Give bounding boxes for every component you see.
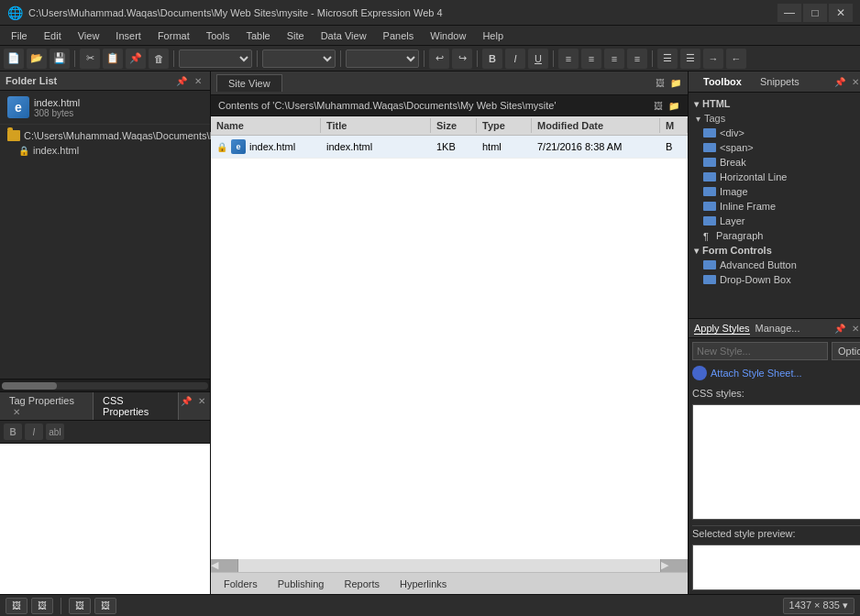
menu-table[interactable]: Table <box>238 28 277 43</box>
new-button[interactable]: 📄 <box>4 49 24 69</box>
pin-styles-button[interactable]: 📌 <box>833 322 846 335</box>
copy-button[interactable]: 📋 <box>103 49 123 69</box>
pin-toolbox-button[interactable]: 📌 <box>833 75 846 88</box>
menu-edit[interactable]: Edit <box>37 28 69 43</box>
toolbox-item-advbtn[interactable]: Advanced Button <box>689 258 860 272</box>
resolution-button[interactable]: 1437 × 835 ▾ <box>783 598 854 614</box>
align-justify-button[interactable]: ≡ <box>627 49 647 69</box>
align-left-button[interactable]: ≡ <box>558 49 579 69</box>
col-type[interactable]: Type <box>477 118 532 133</box>
hscroll-right[interactable]: ▶ <box>660 559 688 572</box>
list-button[interactable]: ☰ <box>657 49 678 69</box>
menu-format[interactable]: Format <box>150 28 197 43</box>
outdent-button[interactable]: ← <box>726 49 746 69</box>
open-button[interactable]: 📂 <box>27 49 47 69</box>
toolbox-item-break[interactable]: Break <box>689 155 860 170</box>
menu-view[interactable]: View <box>71 28 107 43</box>
toolbox-section-form[interactable]: Form Controls <box>689 243 860 258</box>
toolbox-sub-tags[interactable]: Tags <box>689 111 860 126</box>
align-center-button[interactable]: ≡ <box>581 49 601 69</box>
toolbox-item-dropdown[interactable]: Drop-Down Box <box>689 272 860 287</box>
italic-css-button[interactable]: I <box>25 424 43 440</box>
file-row-index[interactable]: 🔒 e index.html index.html 1KB html 7/21/… <box>211 136 688 159</box>
view-tab-reports[interactable]: Reports <box>335 576 389 592</box>
align-right-button[interactable]: ≡ <box>604 49 624 69</box>
menu-window[interactable]: Window <box>423 28 473 43</box>
toolbox-item-image[interactable]: Image <box>689 184 860 199</box>
site-view-action-1[interactable]: 🖼 <box>654 77 667 90</box>
col-name[interactable]: Name <box>211 118 321 133</box>
status-btn-4[interactable]: 🖼 <box>94 598 116 614</box>
path-action-2[interactable]: 📁 <box>667 99 680 112</box>
status-btn-2[interactable]: 🖼 <box>31 598 53 614</box>
italic-button[interactable]: I <box>505 49 525 69</box>
col-title[interactable]: Title <box>321 118 431 133</box>
folder-list-scrollbar[interactable] <box>0 379 210 391</box>
size-dropdown[interactable] <box>346 50 419 68</box>
maximize-button[interactable]: □ <box>803 4 827 22</box>
pin-bottom-button[interactable]: 📌 <box>181 394 193 407</box>
title-controls: — □ ✕ <box>777 4 853 22</box>
save-button[interactable]: 💾 <box>50 49 70 69</box>
tree-item-selected[interactable]: 🔒 index.html <box>0 143 210 158</box>
tab-apply-styles[interactable]: Apply Styles <box>694 323 750 335</box>
delete-button[interactable]: 🗑 <box>149 49 169 69</box>
view-tab-hyperlinks[interactable]: Hyperlinks <box>391 576 456 592</box>
close-toolbox-button[interactable]: ✕ <box>849 75 860 88</box>
new-style-input[interactable] <box>692 342 828 360</box>
font-dropdown[interactable] <box>262 50 336 68</box>
toolbox-item-paragraph[interactable]: ¶ Paragraph <box>689 228 860 243</box>
indent-button[interactable]: → <box>703 49 723 69</box>
site-view-action-2[interactable]: 📁 <box>669 77 682 90</box>
numlist-button[interactable]: ☰ <box>680 49 700 69</box>
view-tab-publishing[interactable]: Publishing <box>269 576 334 592</box>
close-panel-button[interactable]: ✕ <box>192 74 204 87</box>
tab-manage[interactable]: Manage... <box>755 323 800 335</box>
tab-tag-properties[interactable]: Tag Properties ✕ <box>0 392 94 420</box>
col-extra[interactable]: M <box>660 118 688 133</box>
bold-button[interactable]: B <box>482 49 502 69</box>
toolbox-item-span[interactable]: <span> <box>689 140 860 155</box>
toolbox-tab-toolbox[interactable]: Toolbox <box>694 74 751 89</box>
bold-css-button[interactable]: B <box>4 424 22 440</box>
toolbox-tab-snippets[interactable]: Snippets <box>751 74 809 89</box>
minimize-button[interactable]: — <box>777 4 801 22</box>
tab-css-properties[interactable]: CSS Properties <box>94 392 179 420</box>
path-action-1[interactable]: 🖼 <box>652 99 665 112</box>
toolbox-item-iframe[interactable]: Inline Frame <box>689 199 860 214</box>
redo-button[interactable]: ↪ <box>452 49 472 69</box>
toolbox-item-layer[interactable]: Layer <box>689 214 860 228</box>
status-btn-1[interactable]: 🖼 <box>6 598 28 614</box>
toolbox-section-html[interactable]: HTML <box>689 96 860 111</box>
site-view-tab[interactable]: Site View <box>216 74 282 92</box>
close-button[interactable]: ✕ <box>829 4 853 22</box>
underline-button[interactable]: U <box>528 49 548 69</box>
site-view-hscroll[interactable]: ◀ ▶ <box>211 559 688 572</box>
options-button[interactable]: Options ▾ <box>832 342 860 360</box>
paste-button[interactable]: 📌 <box>126 49 146 69</box>
tree-item-path[interactable]: C:\Users\Muhammad.Waqas\Documents\M <box>0 128 210 143</box>
menu-dataview[interactable]: Data View <box>314 28 374 43</box>
status-btn-3[interactable]: 🖼 <box>69 598 91 614</box>
close-bottom-button[interactable]: ✕ <box>196 394 208 407</box>
folder-item-index[interactable]: e index.html 308 bytes <box>0 91 210 124</box>
menu-help[interactable]: Help <box>475 28 511 43</box>
menu-insert[interactable]: Insert <box>108 28 149 43</box>
attach-stylesheet-link[interactable]: Attach Style Sheet... <box>692 364 860 382</box>
col-size[interactable]: Size <box>431 118 477 133</box>
toolbox-item-div[interactable]: <div> <box>689 126 860 140</box>
close-styles-button[interactable]: ✕ <box>849 322 860 335</box>
style-dropdown[interactable] <box>179 50 252 68</box>
abl-button[interactable]: abl <box>46 424 64 440</box>
hscroll-left[interactable]: ◀ <box>211 559 238 572</box>
menu-site[interactable]: Site <box>280 28 312 43</box>
cut-button[interactable]: ✂ <box>80 49 100 69</box>
menu-file[interactable]: File <box>4 28 35 43</box>
pin-button[interactable]: 📌 <box>175 74 188 87</box>
menu-tools[interactable]: Tools <box>199 28 237 43</box>
undo-button[interactable]: ↩ <box>429 49 449 69</box>
toolbox-item-hrule[interactable]: Horizontal Line <box>689 170 860 184</box>
menu-panels[interactable]: Panels <box>376 28 422 43</box>
view-tab-folders[interactable]: Folders <box>215 576 267 592</box>
col-modified[interactable]: Modified Date <box>532 118 660 133</box>
